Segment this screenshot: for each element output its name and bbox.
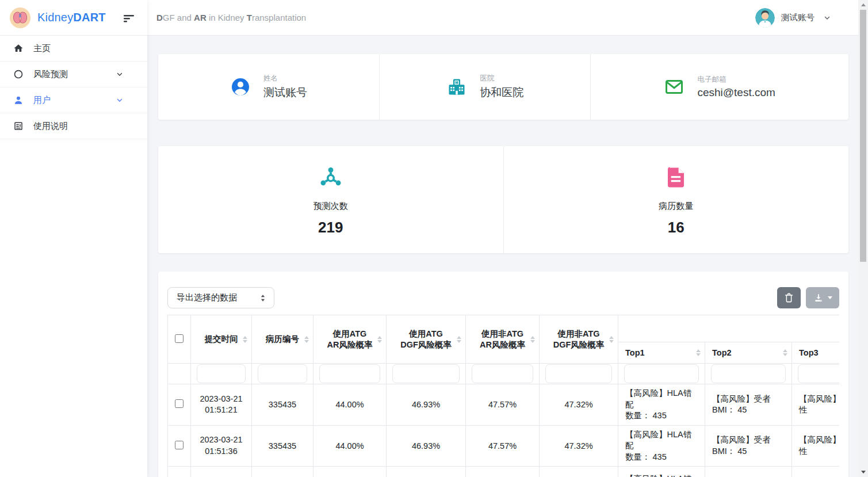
column-header-top1[interactable]: Top1	[618, 342, 705, 364]
profile-field-hospital: 医院 协和医院	[380, 54, 591, 120]
vertical-scrollbar[interactable]	[858, 0, 868, 477]
table-row: 2023-03-21 335435 44.00% 46.93% 47.57% 4…	[168, 467, 840, 477]
scrollbar-up-arrow[interactable]	[858, 0, 868, 10]
stat-predictions: 预测次数 219	[158, 146, 504, 253]
cell-case-id: 335435	[252, 467, 313, 477]
atg-ar-filter-input[interactable]	[319, 364, 380, 383]
top-columns-group-header	[618, 315, 840, 342]
top1-filter-input[interactable]	[624, 364, 699, 383]
select-all-checkbox-cell	[168, 315, 191, 364]
column-header-atg-dgf[interactable]: 使用ATGDGF风险概率	[387, 315, 466, 364]
chevron-down-icon	[116, 97, 123, 104]
filter-cell-empty	[168, 364, 191, 384]
column-header-non-atg-ar[interactable]: 使用非ATGAR风险概率	[466, 315, 540, 364]
top-navbar: DGF and AR in Kidney Transplantation	[147, 0, 858, 36]
cell-time: 2023-03-21	[191, 467, 252, 477]
sidebar-item-label: 用户	[33, 95, 51, 106]
home-icon	[13, 43, 24, 54]
sort-icon	[609, 336, 614, 343]
filter-cell-time	[191, 364, 252, 384]
top2-filter-input[interactable]	[711, 364, 786, 383]
cell-time: 2023-03-2101:51:21	[191, 384, 252, 426]
doctor-avatar	[755, 8, 775, 28]
scrollbar-down-arrow[interactable]	[858, 467, 868, 477]
sort-icon	[457, 336, 461, 343]
filter-cell-top2	[705, 364, 792, 384]
brand[interactable]: KidneyDART	[0, 0, 147, 36]
select-all-checkbox[interactable]	[175, 334, 183, 343]
filter-cell-non-atg-ar	[466, 364, 540, 384]
non-atg-dgf-filter-input[interactable]	[545, 364, 612, 383]
filter-cell-atg-ar	[313, 364, 387, 384]
field-value: 协和医院	[480, 85, 523, 100]
field-label: 姓名	[263, 74, 307, 83]
filter-cell-atg-dgf	[387, 364, 466, 384]
filter-cell-top1	[618, 364, 705, 384]
scrollbar-thumb[interactable]	[860, 10, 866, 262]
sort-icon	[377, 336, 382, 343]
sidebar-item-label: 风险预测	[33, 69, 68, 80]
column-header-top2[interactable]: Top2	[705, 342, 792, 364]
menu-toggle-icon[interactable]	[122, 11, 136, 25]
app-window: KidneyDART 主页 风险预测 用户	[0, 0, 868, 477]
sidebar-item-home[interactable]: 主页	[0, 36, 147, 62]
hub-icon	[319, 165, 343, 189]
column-header-case-id[interactable]: 病历编号	[252, 315, 313, 364]
sort-icon	[304, 336, 309, 343]
delete-button[interactable]	[777, 287, 801, 308]
cell-case-id: 335435	[252, 384, 313, 426]
cell-top1: 【高风险】HLA错配数量： 435	[618, 425, 705, 467]
sidebar-item-users[interactable]: 用户	[0, 87, 147, 113]
field-label: 电子邮箱	[697, 75, 775, 85]
export-data-select[interactable]: 导出选择的数据	[167, 287, 274, 308]
top3-filter-input[interactable]	[798, 364, 839, 383]
profile-card: 姓名 测试账号	[158, 54, 848, 120]
export-select-label: 导出选择的数据	[177, 292, 237, 303]
sort-icon	[243, 336, 247, 343]
user-menu[interactable]: 测试账号	[755, 8, 831, 28]
sidebar-item-risk-prediction[interactable]: 风险预测	[0, 62, 147, 87]
cell-atg-ar: 44.00%	[313, 384, 387, 426]
cell-top2: 【高风险】受者	[705, 467, 792, 477]
field-label: 医院	[480, 74, 523, 83]
case-id-filter-input[interactable]	[258, 364, 307, 383]
row-checkbox[interactable]	[175, 441, 183, 449]
sort-icon	[783, 349, 787, 356]
stat-label: 预测次数	[313, 201, 348, 212]
non-atg-ar-filter-input[interactable]	[472, 364, 533, 383]
document-icon	[13, 121, 24, 132]
stat-records: 病历数量 16	[504, 146, 849, 253]
cell-atg-dgf: 46.93%	[387, 384, 466, 426]
atg-dgf-filter-input[interactable]	[392, 364, 460, 383]
column-header-non-atg-dgf[interactable]: 使用非ATGDGF风险概率	[540, 315, 618, 364]
cell-non-atg-ar: 47.57%	[466, 467, 540, 477]
row-checkbox[interactable]	[175, 399, 183, 408]
cell-non-atg-dgf: 47.32%	[540, 467, 618, 477]
download-button[interactable]	[806, 287, 839, 308]
cell-atg-ar: 44.00%	[313, 425, 387, 467]
kidney-logo-icon	[9, 7, 31, 29]
records-table-card: 导出选择的数据	[158, 272, 848, 477]
field-value: 测试账号	[263, 85, 307, 100]
column-header-atg-ar[interactable]: 使用ATGAR风险概率	[313, 315, 387, 364]
cell-top3: 【高风险】性	[792, 384, 840, 426]
cell-top3: 【高风险】性	[792, 425, 840, 467]
sort-icon	[530, 336, 535, 343]
column-header-top3[interactable]: Top3	[792, 342, 840, 364]
select-arrows-icon	[259, 293, 267, 303]
field-value: ceshi@test.com	[697, 86, 775, 99]
time-filter-input[interactable]	[197, 364, 246, 383]
circle-icon	[13, 69, 24, 80]
sidebar-item-instructions[interactable]: 使用说明	[0, 113, 147, 139]
sidebar-item-label: 使用说明	[33, 121, 68, 132]
table-toolbar: 导出选择的数据	[167, 287, 839, 308]
cell-non-atg-ar: 47.57%	[466, 425, 540, 467]
cell-non-atg-dgf: 47.32%	[540, 425, 618, 467]
cell-time: 2023-03-2101:51:36	[191, 425, 252, 467]
table-row: 2023-03-2101:51:21 335435 44.00% 46.93% …	[168, 384, 840, 426]
stat-value: 219	[318, 219, 343, 236]
column-header-time[interactable]: 提交时间	[191, 315, 252, 364]
page-title: DGF and AR in Kidney Transplantation	[156, 13, 306, 22]
main-area: DGF and AR in Kidney Transplantation	[147, 0, 858, 477]
table-scroll-area: 提交时间 病历编号 使用ATGAR风险概率 使用ATGDGF风险概率 使用非AT…	[167, 315, 839, 477]
